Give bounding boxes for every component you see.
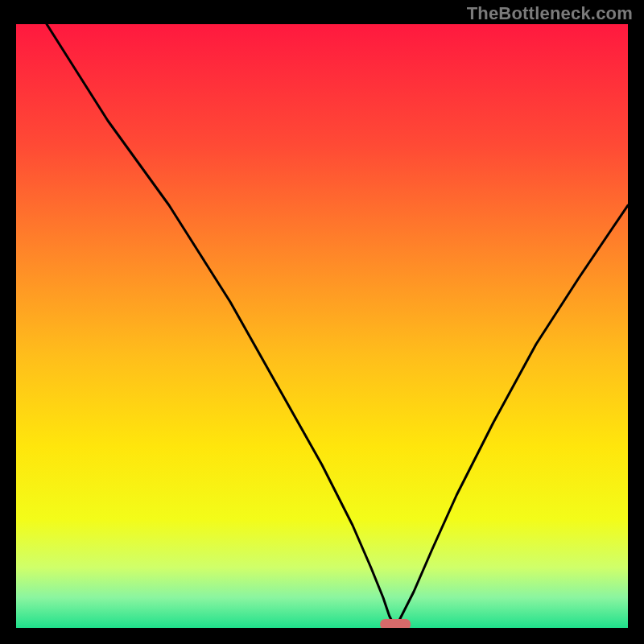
plot-area	[16, 24, 628, 628]
chart-svg	[16, 24, 628, 628]
chart-frame: TheBottleneck.com	[0, 0, 644, 644]
chart-background	[16, 24, 628, 628]
watermark-text: TheBottleneck.com	[467, 3, 633, 24]
optimal-marker	[380, 619, 411, 628]
